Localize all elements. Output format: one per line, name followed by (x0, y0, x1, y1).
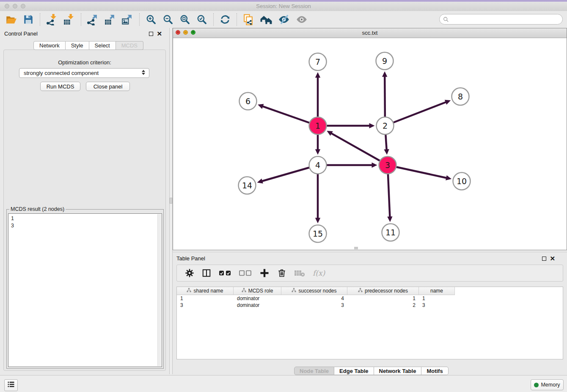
graph-edge-3-1[interactable] (327, 131, 388, 165)
column-header-predecessor-nodes[interactable]: predecessor nodes (347, 287, 419, 295)
graph-node-11[interactable]: 11 (382, 224, 399, 241)
mcds-result-textarea[interactable]: 1 3 (8, 213, 162, 367)
delete-entry-button[interactable] (273, 265, 290, 281)
float-table-panel-icon[interactable] (542, 257, 546, 261)
graph-node-14[interactable]: 14 (239, 177, 256, 194)
table-settings-icon (185, 268, 194, 278)
import-network-button[interactable] (43, 12, 61, 27)
result-scrollbar[interactable] (157, 214, 161, 366)
optimization-criterion-select[interactable]: strongly connected component (19, 68, 149, 78)
graph-edge-3-10[interactable] (388, 165, 451, 180)
graph-node-9[interactable]: 9 (376, 52, 394, 70)
control-panel-title: Control Panel (4, 30, 38, 37)
split-panel-button[interactable] (198, 265, 215, 281)
export-image-button[interactable] (119, 12, 136, 27)
splitter-handle[interactable] (170, 198, 172, 204)
deselect-all-button[interactable] (235, 265, 256, 281)
close-table-panel-icon[interactable]: ✕ (550, 256, 555, 262)
network-window-titlebar[interactable]: × − + scc.txt (173, 28, 567, 38)
zoom-fit-icon (179, 14, 190, 25)
graph-node-1[interactable]: 1 (309, 117, 327, 135)
table-panel: Table Panel ✕ f(x) shared nameMCDS roles… (173, 252, 567, 375)
export-network-button[interactable] (84, 12, 102, 27)
table-cell[interactable]: 3 (177, 302, 234, 309)
network-canvas[interactable]: 1234678910111415 (173, 37, 567, 250)
status-bar: Memory (0, 375, 567, 392)
select-all-button[interactable] (215, 265, 235, 281)
zoom-out-button[interactable] (160, 12, 176, 27)
run-mcds-button[interactable]: Run MCDS (40, 82, 80, 91)
search-input[interactable] (451, 15, 562, 24)
table-cell[interactable]: dominator (234, 295, 281, 302)
table-cell[interactable]: dominator (234, 302, 281, 309)
tab-network-table[interactable]: Network Table (374, 367, 422, 375)
tab-select[interactable]: Select (89, 41, 116, 50)
tree-hierarchy-icon (358, 288, 363, 294)
tab-network[interactable]: Network (33, 41, 66, 50)
search-icon (443, 17, 449, 22)
select-all-icon (219, 270, 231, 276)
column-header-MCDS-role[interactable]: MCDS role (234, 287, 281, 295)
table-cell[interactable]: 1 (419, 295, 455, 302)
table-cell[interactable]: 3 (419, 302, 455, 309)
table-cell[interactable]: 2 (347, 302, 419, 309)
export-image-icon (122, 14, 133, 25)
close-panel-button[interactable]: Close panel (86, 82, 130, 91)
graph-edge-4-14[interactable] (257, 165, 318, 184)
graph-edge-1-6[interactable] (258, 104, 318, 126)
zoom-selected-button[interactable] (193, 12, 210, 27)
home-button[interactable] (257, 12, 275, 27)
graph-node-8[interactable]: 8 (452, 88, 469, 105)
control-panel: Control Panel ✕ NetworkStyleSelectMCDS O… (0, 28, 169, 374)
save-session-button[interactable] (20, 12, 37, 27)
refresh-layout-button[interactable] (217, 12, 234, 27)
task-history-button[interactable] (4, 379, 18, 391)
column-header-shared-name[interactable]: shared name (177, 287, 234, 295)
panel-splitter[interactable] (169, 28, 173, 374)
column-header-name[interactable]: name (419, 287, 455, 295)
duplicate-network-icon (243, 14, 254, 25)
graph-node-15[interactable]: 15 (309, 225, 327, 243)
graph-node-6[interactable]: 6 (239, 93, 257, 110)
open-file-button[interactable] (3, 12, 20, 27)
zoom-selected-icon (196, 14, 207, 25)
table-cell[interactable]: 1 (347, 295, 419, 302)
graph-node-7[interactable]: 7 (309, 53, 327, 71)
add-entry-button[interactable] (256, 265, 273, 281)
table-cell[interactable]: 4 (281, 295, 347, 302)
main-toolbar (0, 11, 567, 28)
table-row[interactable]: 1dominator411 (177, 295, 563, 302)
table-row[interactable]: 3dominator323 (177, 302, 563, 309)
import-table-button[interactable] (61, 12, 78, 27)
graph-node-4[interactable]: 4 (309, 157, 327, 174)
column-label: successor nodes (298, 288, 336, 294)
tab-motifs[interactable]: Motifs (421, 367, 448, 375)
tab-mcds[interactable]: MCDS (116, 41, 143, 50)
zoom-in-icon (146, 14, 157, 25)
save-session-icon (23, 14, 34, 25)
graph-node-2[interactable]: 2 (377, 117, 394, 135)
column-header-successor-nodes[interactable]: successor nodes (281, 287, 347, 295)
zoom-fit-button[interactable] (176, 12, 193, 27)
tab-edge-table[interactable]: Edge Table (334, 367, 374, 375)
graph-edge-2-8[interactable] (385, 100, 451, 126)
graph-node-10[interactable]: 10 (453, 173, 471, 190)
show-details-icon (296, 14, 308, 25)
export-table-icon (105, 14, 116, 25)
duplicate-network-button[interactable] (240, 12, 257, 27)
memory-button[interactable]: Memory (531, 379, 564, 390)
zoom-in-button[interactable] (143, 12, 160, 27)
float-panel-icon[interactable] (149, 32, 153, 36)
graph-node-3[interactable]: 3 (379, 157, 396, 174)
export-table-button[interactable] (102, 12, 119, 27)
close-panel-icon[interactable]: ✕ (157, 31, 162, 37)
tab-style[interactable]: Style (66, 41, 89, 50)
table-cell[interactable]: 1 (177, 295, 234, 302)
canvas-scrollbar-thumb[interactable] (354, 247, 358, 249)
tab-node-table[interactable]: Node Table (294, 367, 334, 375)
table-settings-button[interactable] (181, 265, 198, 281)
table-cell[interactable]: 3 (281, 302, 347, 309)
network-view-window: × − + scc.txt 1234678910111415 (173, 28, 567, 250)
table-panel-title: Table Panel (176, 255, 205, 262)
hide-details-button[interactable] (275, 12, 293, 27)
